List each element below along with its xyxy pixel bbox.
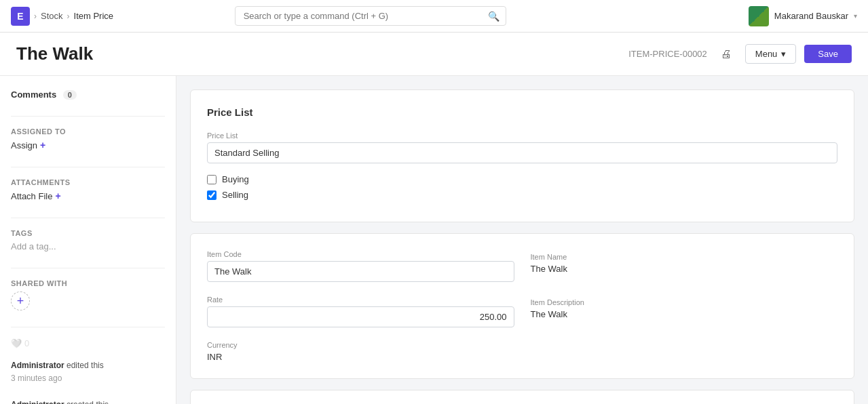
page-header: The Walk ITEM-PRICE-00002 🖨 Menu ▾ Save [0,33,868,76]
import-section: Import in Bulk [190,390,854,404]
search-bar: 🔍 [235,6,506,26]
activity1-user: Administrator [11,361,64,370]
sidebar-assigned-section: ASSIGNED TO Assign + [11,127,165,150]
menu-label: Menu [755,49,778,59]
selling-label: Selling [222,190,248,200]
main-layout: Comments 0 ASSIGNED TO Assign + ATTACHME… [0,76,868,404]
rate-col: Rate [207,296,514,327]
assign-plus-icon: + [40,140,45,150]
app-logo[interactable]: E [11,7,30,26]
item-description-value: The Walk [531,309,838,319]
header-actions: ITEM-PRICE-00002 🖨 Menu ▾ Save [628,44,852,64]
heart-icon: 🤍 [11,338,22,348]
page-title: The Walk [16,43,93,64]
attach-plus-icon: + [55,190,60,201]
currency-value: INR [207,352,837,362]
sidebar-divider-1 [11,116,165,117]
sidebar-divider-4 [11,268,165,268]
likes-section: 🤍 0 [11,338,165,348]
top-nav: E › Stock › Item Price 🔍 Makarand Bauska… [0,0,868,33]
assign-action[interactable]: Assign + [11,140,165,150]
tags-header: TAGS [11,229,165,237]
user-menu[interactable]: Makarand Bauskar ▾ [749,6,857,26]
sidebar-attachments-section: ATTACHMENTS Attach File + [11,178,165,201]
sidebar-comments-section: Comments 0 [11,89,165,100]
likes-count: 0 [24,338,29,348]
save-button[interactable]: Save [804,45,852,63]
add-tag-placeholder[interactable]: Add a tag... [11,241,165,251]
item-details-section: Item Code Item Name The Walk Rate Item D… [190,233,854,379]
comments-badge: 0 [63,90,77,100]
sidebar-divider-3 [11,218,165,218]
doc-id: ITEM-PRICE-00002 [628,49,707,59]
content-area: Price List Price List Buying Selling Ite… [176,76,868,404]
rate-input[interactable] [207,306,514,327]
sidebar-shared-section: SHARED WITH + [11,279,165,310]
selling-checkbox[interactable] [207,190,216,200]
price-list-section: Price List Price List Buying Selling [190,89,854,222]
shared-with-header: SHARED WITH [11,279,165,287]
menu-arrow-icon: ▾ [781,49,786,59]
breadcrumb-stock[interactable]: Stock [41,11,63,21]
sidebar-divider-2 [11,167,165,167]
print-button[interactable]: 🖨 [715,45,737,63]
activity-item-2: Administrator created this [11,399,165,404]
assigned-to-header: ASSIGNED TO [11,127,165,136]
item-code-col: Item Code [207,250,514,282]
sidebar: Comments 0 ASSIGNED TO Assign + ATTACHME… [0,76,176,404]
activity1-time: 3 minutes ago [11,373,62,383]
breadcrumb-chevron-2: › [67,12,70,21]
search-icon: 🔍 [488,11,499,22]
user-dropdown-icon: ▾ [854,12,857,20]
activity2-user: Administrator [11,400,64,404]
attach-file-action[interactable]: Attach File + [11,190,165,201]
rate-description-row: Rate Item Description The Walk [207,296,837,327]
avatar [749,6,769,26]
selling-checkbox-row: Selling [207,190,837,200]
price-list-section-title: Price List [207,106,837,118]
buying-checkbox-row: Buying [207,174,837,184]
comments-label: Comments 0 [11,89,165,100]
sidebar-tags-section: TAGS Add a tag... [11,229,165,251]
breadcrumb-item-price: Item Price [74,11,114,21]
activity-log: Administrator edited this 3 minutes ago … [11,359,165,404]
price-list-field-group: Price List [207,132,837,163]
buying-label: Buying [222,174,249,184]
item-description-label: Item Description [531,298,838,306]
search-input[interactable] [235,6,506,26]
item-code-input[interactable] [207,261,514,282]
sidebar-divider-5 [11,327,165,327]
activity2-action: created this [64,400,109,404]
buying-checkbox[interactable] [207,175,216,184]
rate-label: Rate [207,296,514,304]
activity-item-1: Administrator edited this 3 minutes ago [11,359,165,385]
item-code-name-row: Item Code Item Name The Walk [207,250,837,282]
item-description-col: Item Description The Walk [531,296,838,327]
activity1-action: edited this [64,361,104,370]
item-name-col: Item Name The Walk [531,250,838,282]
breadcrumb-chevron-1: › [34,12,37,21]
item-name-label: Item Name [531,253,838,261]
shared-with-add-button[interactable]: + [11,291,30,310]
attachments-header: ATTACHMENTS [11,178,165,186]
currency-group: Currency INR [207,341,837,362]
item-name-value: The Walk [531,264,838,274]
menu-button[interactable]: Menu ▾ [745,44,797,64]
item-code-label: Item Code [207,250,514,258]
currency-label: Currency [207,341,837,349]
username: Makarand Bauskar [774,11,848,21]
price-list-input[interactable] [207,142,837,163]
price-list-label: Price List [207,132,837,140]
